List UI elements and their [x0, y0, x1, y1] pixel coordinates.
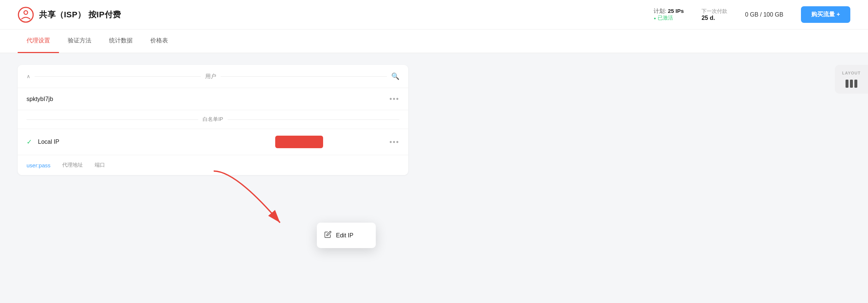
buy-traffic-button[interactable]: 购买流量 + [801, 6, 850, 23]
traffic-info: 0 GB / 100 GB [745, 11, 783, 18]
layout-toggle[interactable] [846, 80, 857, 88]
user-pass-link[interactable]: user:pass [27, 162, 50, 168]
user-section-header: ∧ 用户 🔍 [18, 65, 408, 88]
tab-stats[interactable]: 统计数据 [100, 29, 141, 53]
edit-ip-item[interactable]: Edit IP [317, 226, 376, 245]
ip-badge [275, 136, 323, 148]
plan-status: 已激活 [654, 15, 673, 21]
check-icon: ✓ [27, 138, 32, 146]
svg-point-1 [24, 11, 28, 14]
tab-price-table[interactable]: 价格表 [141, 29, 177, 53]
next-payment-value: 25 d. [701, 15, 727, 21]
proxy-row: user:pass 代理地址 端口 [18, 155, 408, 175]
layout-label: LAYOUT [842, 71, 861, 75]
plan-value: 25 IPs [668, 8, 684, 14]
layout-bar-2 [850, 80, 853, 88]
proxy-address-col: 代理地址 [62, 162, 83, 168]
layout-bar-3 [854, 80, 857, 88]
proxy-settings-card: ∧ 用户 🔍 spktybI7jb ••• 白名单IP ✓ Local IP •… [18, 65, 408, 175]
divider-right [221, 76, 387, 77]
edit-ip-label: Edit IP [336, 232, 353, 239]
whitelist-label: 白名单IP [203, 116, 223, 123]
collapse-icon[interactable]: ∧ [27, 73, 30, 79]
search-icon[interactable]: 🔍 [391, 72, 399, 80]
user-name: spktybI7jb [27, 96, 389, 102]
logo-icon [18, 7, 34, 23]
edit-icon [324, 231, 332, 240]
ip-label: Local IP [38, 139, 268, 145]
whitelist-divider-right [228, 119, 399, 120]
tab-proxy-settings[interactable]: 代理设置 [18, 29, 59, 53]
tab-auth-method[interactable]: 验证方法 [59, 29, 100, 53]
ip-more-button[interactable]: ••• [389, 138, 399, 146]
next-payment: 下一次付款 25 d. [701, 8, 727, 21]
layout-bar-1 [846, 80, 848, 88]
whitelist-divider-left [27, 119, 198, 120]
port-col: 端口 [95, 162, 105, 168]
divider-left [35, 76, 201, 77]
ip-row: ✓ Local IP ••• [18, 129, 408, 155]
user-section-label: 用户 [205, 73, 216, 80]
logo-area: 共享（ISP） 按IP付费 [18, 7, 121, 23]
header: 共享（ISP） 按IP付费 计划: 25 IPs 已激活 下一次付款 25 d.… [0, 0, 868, 29]
dropdown-menu: Edit IP [317, 223, 376, 248]
whitelist-section-header: 白名单IP [18, 110, 408, 129]
user-row: spktybI7jb ••• [18, 88, 408, 110]
user-more-button[interactable]: ••• [389, 95, 399, 103]
header-right: 计划: 25 IPs 已激活 下一次付款 25 d. 0 GB / 100 GB… [654, 6, 850, 23]
page-title: 共享（ISP） 按IP付费 [39, 9, 121, 20]
main-content: ∧ 用户 🔍 spktybI7jb ••• 白名单IP ✓ Local IP •… [0, 53, 868, 187]
layout-panel: LAYOUT [835, 65, 868, 94]
tabs-bar: 代理设置 验证方法 统计数据 价格表 [0, 29, 868, 53]
plan-label: 计划: [654, 8, 666, 14]
next-payment-label: 下一次付款 [701, 8, 727, 15]
plan-info: 计划: 25 IPs 已激活 [654, 8, 684, 21]
